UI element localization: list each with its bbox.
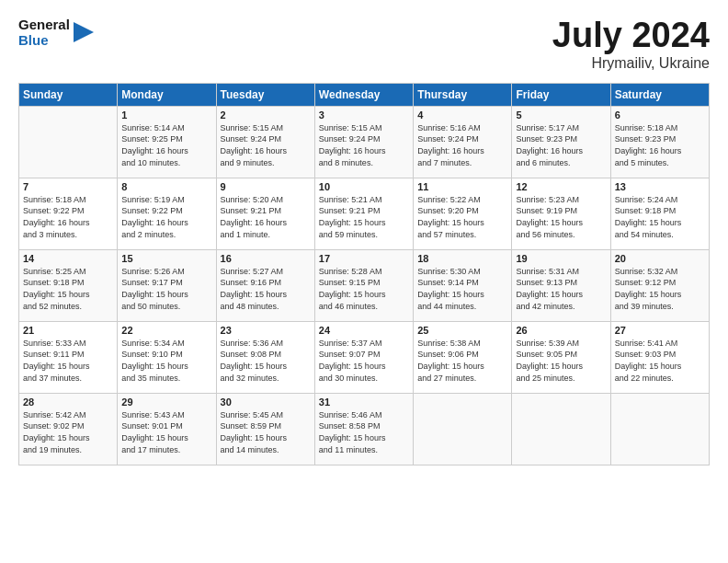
calendar-cell: 8Sunrise: 5:19 AMSunset: 9:22 PMDaylight…: [118, 178, 216, 249]
day-number: 30: [221, 396, 311, 408]
calendar-cell: 2Sunrise: 5:15 AMSunset: 9:24 PMDaylight…: [216, 106, 314, 178]
day-number: 7: [23, 181, 113, 192]
day-info: Sunrise: 5:31 AMSunset: 9:13 PMDaylight:…: [516, 267, 583, 311]
day-number: 11: [417, 181, 507, 192]
weekday-header-friday: Friday: [512, 83, 610, 106]
calendar-cell: 9Sunrise: 5:20 AMSunset: 9:21 PMDaylight…: [216, 178, 314, 249]
day-number: 31: [319, 396, 409, 408]
calendar-cell: [610, 393, 709, 465]
day-number: 1: [121, 109, 211, 121]
weekday-header-wednesday: Wednesday: [314, 83, 413, 106]
calendar-week-row: 28Sunrise: 5:42 AMSunset: 9:02 PMDayligh…: [19, 393, 710, 465]
weekday-header-saturday: Saturday: [610, 83, 709, 106]
day-info: Sunrise: 5:14 AMSunset: 9:25 PMDaylight:…: [121, 123, 188, 167]
calendar-cell: 26Sunrise: 5:39 AMSunset: 9:05 PMDayligh…: [512, 321, 610, 393]
logo: General Blue: [18, 17, 94, 49]
day-info: Sunrise: 5:26 AMSunset: 9:17 PMDaylight:…: [121, 267, 188, 311]
day-number: 28: [23, 396, 113, 408]
day-info: Sunrise: 5:17 AMSunset: 9:23 PMDaylight:…: [516, 123, 583, 167]
day-info: Sunrise: 5:19 AMSunset: 9:22 PMDaylight:…: [121, 195, 188, 239]
calendar-week-row: 7Sunrise: 5:18 AMSunset: 9:22 PMDaylight…: [19, 178, 710, 249]
day-number: 6: [615, 109, 705, 121]
title-block: July 2024 Hrymailiv, Ukraine: [552, 17, 710, 72]
calendar-cell: 24Sunrise: 5:37 AMSunset: 9:07 PMDayligh…: [314, 321, 413, 393]
day-number: 2: [221, 109, 311, 121]
day-info: Sunrise: 5:30 AMSunset: 9:14 PMDaylight:…: [417, 267, 484, 311]
day-info: Sunrise: 5:21 AMSunset: 9:21 PMDaylight:…: [319, 195, 386, 239]
calendar-cell: 16Sunrise: 5:27 AMSunset: 9:16 PMDayligh…: [216, 249, 314, 321]
calendar-cell: 25Sunrise: 5:38 AMSunset: 9:06 PMDayligh…: [414, 321, 512, 393]
day-info: Sunrise: 5:20 AMSunset: 9:21 PMDaylight:…: [221, 195, 288, 239]
calendar-cell: 3Sunrise: 5:15 AMSunset: 9:24 PMDaylight…: [314, 106, 413, 178]
calendar-cell: 27Sunrise: 5:41 AMSunset: 9:03 PMDayligh…: [610, 321, 709, 393]
day-number: 21: [23, 325, 113, 336]
day-info: Sunrise: 5:25 AMSunset: 9:18 PMDaylight:…: [23, 267, 90, 311]
day-info: Sunrise: 5:41 AMSunset: 9:03 PMDaylight:…: [615, 339, 682, 383]
day-number: 17: [319, 253, 409, 264]
day-info: Sunrise: 5:16 AMSunset: 9:24 PMDaylight:…: [417, 123, 484, 167]
calendar-cell: [414, 393, 512, 465]
calendar-cell: 1Sunrise: 5:14 AMSunset: 9:25 PMDaylight…: [118, 106, 216, 178]
day-number: 4: [417, 109, 507, 121]
weekday-header-sunday: Sunday: [19, 83, 118, 106]
day-number: 25: [417, 325, 507, 336]
day-number: 27: [615, 325, 705, 336]
page-header: General Blue July 2024 Hrymailiv, Ukrain…: [18, 17, 710, 72]
day-info: Sunrise: 5:33 AMSunset: 9:11 PMDaylight:…: [23, 339, 90, 383]
day-number: 14: [23, 253, 113, 264]
calendar-cell: 18Sunrise: 5:30 AMSunset: 9:14 PMDayligh…: [414, 249, 512, 321]
calendar-cell: [19, 106, 118, 178]
calendar-cell: 12Sunrise: 5:23 AMSunset: 9:19 PMDayligh…: [512, 178, 610, 249]
day-info: Sunrise: 5:27 AMSunset: 9:16 PMDaylight:…: [221, 267, 288, 311]
calendar-cell: 28Sunrise: 5:42 AMSunset: 9:02 PMDayligh…: [19, 393, 118, 465]
day-info: Sunrise: 5:34 AMSunset: 9:10 PMDaylight:…: [121, 339, 188, 383]
calendar-cell: 13Sunrise: 5:24 AMSunset: 9:18 PMDayligh…: [610, 178, 709, 249]
calendar-cell: 23Sunrise: 5:36 AMSunset: 9:08 PMDayligh…: [216, 321, 314, 393]
day-number: 16: [221, 253, 311, 264]
day-number: 22: [121, 325, 211, 336]
calendar-week-row: 1Sunrise: 5:14 AMSunset: 9:25 PMDaylight…: [19, 106, 710, 178]
weekday-header-monday: Monday: [118, 83, 216, 106]
day-number: 8: [121, 181, 211, 192]
location-subtitle: Hrymailiv, Ukraine: [552, 55, 710, 72]
calendar-cell: 7Sunrise: 5:18 AMSunset: 9:22 PMDaylight…: [19, 178, 118, 249]
day-info: Sunrise: 5:42 AMSunset: 9:02 PMDaylight:…: [23, 410, 90, 454]
day-info: Sunrise: 5:24 AMSunset: 9:18 PMDaylight:…: [615, 195, 682, 239]
calendar-cell: 10Sunrise: 5:21 AMSunset: 9:21 PMDayligh…: [314, 178, 413, 249]
calendar-cell: 4Sunrise: 5:16 AMSunset: 9:24 PMDaylight…: [414, 106, 512, 178]
day-info: Sunrise: 5:39 AMSunset: 9:05 PMDaylight:…: [516, 339, 583, 383]
page-container: General Blue July 2024 Hrymailiv, Ukrain…: [0, 0, 728, 475]
day-info: Sunrise: 5:32 AMSunset: 9:12 PMDaylight:…: [615, 267, 682, 311]
weekday-header-tuesday: Tuesday: [216, 83, 314, 106]
day-info: Sunrise: 5:28 AMSunset: 9:15 PMDaylight:…: [319, 267, 386, 311]
day-info: Sunrise: 5:37 AMSunset: 9:07 PMDaylight:…: [319, 339, 386, 383]
calendar-cell: 20Sunrise: 5:32 AMSunset: 9:12 PMDayligh…: [610, 249, 709, 321]
day-number: 26: [516, 325, 606, 336]
day-number: 13: [615, 181, 705, 192]
day-number: 29: [121, 396, 211, 408]
calendar-cell: 29Sunrise: 5:43 AMSunset: 9:01 PMDayligh…: [118, 393, 216, 465]
day-info: Sunrise: 5:38 AMSunset: 9:06 PMDaylight:…: [417, 339, 484, 383]
day-number: 20: [615, 253, 705, 264]
day-info: Sunrise: 5:46 AMSunset: 8:58 PMDaylight:…: [319, 410, 386, 454]
calendar-cell: 11Sunrise: 5:22 AMSunset: 9:20 PMDayligh…: [414, 178, 512, 249]
day-number: 18: [417, 253, 507, 264]
calendar-week-row: 21Sunrise: 5:33 AMSunset: 9:11 PMDayligh…: [19, 321, 710, 393]
calendar-cell: 19Sunrise: 5:31 AMSunset: 9:13 PMDayligh…: [512, 249, 610, 321]
calendar-cell: 5Sunrise: 5:17 AMSunset: 9:23 PMDaylight…: [512, 106, 610, 178]
logo-arrow-icon: [74, 22, 94, 42]
day-number: 5: [516, 109, 606, 121]
day-number: 9: [221, 181, 311, 192]
month-year-title: July 2024: [552, 17, 710, 55]
day-info: Sunrise: 5:36 AMSunset: 9:08 PMDaylight:…: [221, 339, 288, 383]
calendar-cell: 17Sunrise: 5:28 AMSunset: 9:15 PMDayligh…: [314, 249, 413, 321]
calendar-cell: 21Sunrise: 5:33 AMSunset: 9:11 PMDayligh…: [19, 321, 118, 393]
calendar-cell: 22Sunrise: 5:34 AMSunset: 9:10 PMDayligh…: [118, 321, 216, 393]
logo-blue: Blue: [18, 32, 70, 48]
day-number: 24: [319, 325, 409, 336]
day-number: 19: [516, 253, 606, 264]
day-info: Sunrise: 5:22 AMSunset: 9:20 PMDaylight:…: [417, 195, 484, 239]
calendar-table: SundayMondayTuesdayWednesdayThursdayFrid…: [18, 83, 710, 465]
day-number: 10: [319, 181, 409, 192]
calendar-cell: 14Sunrise: 5:25 AMSunset: 9:18 PMDayligh…: [19, 249, 118, 321]
